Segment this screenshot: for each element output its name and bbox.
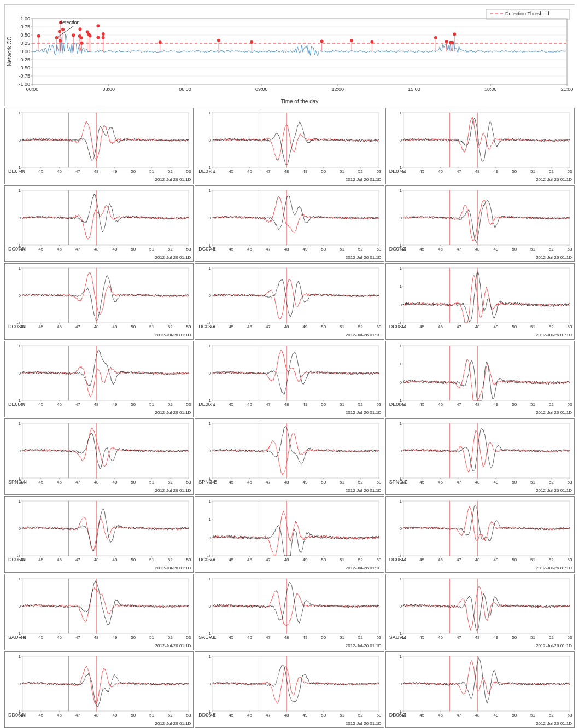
subplot-date-dc06z: 2012-Jul-26 01:1D — [536, 566, 572, 570]
subplot-label-spnce: SPNC.E — [198, 479, 217, 485]
subplot-dc07e: DC07.E 2012-Jul-26 01:1D — [195, 185, 384, 262]
subplot-dc06z: DC06.Z 2012-Jul-26 01:1D — [385, 496, 575, 573]
main-container: DE07.N 2012-Jul-26 01:1D DE07.E 2012-Jul… — [0, 0, 579, 728]
subplot-spnce: SPNC.E 2012-Jul-26 01:1D — [195, 418, 384, 495]
subplot-label-dc08z: DC08.Z — [389, 324, 406, 329]
subplot-label-de07z: DE07.Z — [389, 168, 406, 174]
subplot-date-dd06z: 2012-Jul-26 01:1D — [536, 721, 572, 726]
subplot-label-de07e: DE07.E — [198, 168, 215, 174]
subplot-label-de08e: DE08.E — [198, 401, 215, 407]
subplot-date-dc07z: 2012-Jul-26 01:1D — [536, 255, 572, 260]
subplot-de07e: DE07.E 2012-Jul-26 01:1D — [195, 108, 384, 184]
subplot-de08z: DE08.Z 2012-Jul-26 01:1D — [385, 341, 575, 417]
subplot-label-spncz: SPNC.Z — [389, 479, 407, 485]
subplot-date-spnce: 2012-Jul-26 01:1D — [346, 488, 382, 493]
subplot-label-dd06n: DD06.N — [8, 712, 26, 718]
subplot-label-de08n: DE08.N — [8, 401, 26, 407]
subplot-dc06e: DC06.E 2012-Jul-26 01:1D — [195, 496, 384, 573]
subplot-label-dc07n: DC07.N — [8, 246, 26, 252]
subplot-date-sauve: 2012-Jul-26 01:1D — [346, 643, 382, 648]
subplot-label-dd06z: DD06.Z — [389, 712, 406, 718]
subplot-de07n: DE07.N 2012-Jul-26 01:1D — [4, 108, 194, 184]
subplot-dc08z: DC08.Z 2012-Jul-26 01:1D — [385, 263, 575, 340]
subplot-date-de08z: 2012-Jul-26 01:1D — [536, 410, 572, 415]
subplot-sauvn: SAUV.N 2012-Jul-26 01:1D — [4, 574, 194, 650]
subplot-spncz: SPNC.Z 2012-Jul-26 01:1D — [385, 418, 575, 495]
subplot-date-dc07e: 2012-Jul-26 01:1D — [346, 255, 382, 260]
subplot-date-dc08z: 2012-Jul-26 01:1D — [536, 333, 572, 337]
subplot-date-dc06e: 2012-Jul-26 01:1D — [346, 566, 382, 570]
subplot-label-spncn: SPNC.N — [8, 479, 27, 485]
subplot-date-dd06n: 2012-Jul-26 01:1D — [155, 721, 191, 726]
subplot-label-dc06e: DC06.E — [198, 557, 216, 562]
subplot-dc06n: DC06.N 2012-Jul-26 01:1D — [4, 496, 194, 573]
subplot-date-de08e: 2012-Jul-26 01:1D — [346, 410, 382, 415]
top-cc-plot — [4, 4, 575, 106]
subplot-date-sauvn: 2012-Jul-26 01:1D — [155, 643, 191, 648]
subplot-date-de07e: 2012-Jul-26 01:1D — [346, 177, 382, 182]
subplot-label-dd06e: DD06.E — [198, 712, 216, 718]
subplot-label-sauve: SAUV.E — [198, 634, 216, 640]
subplot-de07z: DE07.Z 2012-Jul-26 01:1D — [385, 108, 575, 184]
subplot-dc08n: DC08.N 2012-Jul-26 01:1D — [4, 263, 194, 340]
subplot-label-dc07z: DC07.Z — [389, 246, 406, 252]
subplot-label-dc06z: DC06.Z — [389, 557, 406, 562]
subplot-label-sauvn: SAUV.N — [8, 634, 26, 640]
subplot-de08n: DE08.N 2012-Jul-26 01:1D — [4, 341, 194, 417]
subplot-date-de07n: 2012-Jul-26 01:1D — [155, 177, 191, 182]
subplot-date-dc08n: 2012-Jul-26 01:1D — [155, 333, 191, 337]
subplot-dc07z: DC07.Z 2012-Jul-26 01:1D — [385, 185, 575, 262]
subplot-date-dc07n: 2012-Jul-26 01:1D — [155, 255, 191, 260]
subplot-date-spncz: 2012-Jul-26 01:1D — [536, 488, 572, 493]
subplot-date-dc08e: 2012-Jul-26 01:1D — [346, 333, 382, 337]
subplot-date-dc06n: 2012-Jul-26 01:1D — [155, 566, 191, 570]
subplot-label-dc08n: DC08.N — [8, 324, 26, 329]
subplot-sauve: SAUV.E 2012-Jul-26 01:1D — [195, 574, 384, 650]
subplot-date-sauvz: 2012-Jul-26 01:1D — [536, 643, 572, 648]
subplot-dd06n: DD06.N 2012-Jul-26 01:1D — [4, 651, 194, 728]
subplot-date-de07z: 2012-Jul-26 01:1D — [536, 177, 572, 182]
subplot-date-spncn: 2012-Jul-26 01:1D — [155, 488, 191, 493]
subplot-de08e: DE08.E 2012-Jul-26 01:1D — [195, 341, 384, 417]
subplot-sauvz: SAUV.Z 2012-Jul-26 01:1D — [385, 574, 575, 650]
subplot-label-dc06n: DC06.N — [8, 557, 26, 562]
subplot-label-de08z: DE08.Z — [389, 401, 406, 407]
subplot-spncn: SPNC.N 2012-Jul-26 01:1D — [4, 418, 194, 495]
subplot-label-dc07e: DC07.E — [198, 246, 216, 252]
subplot-dc08e: DC08.E 2012-Jul-26 01:1D — [195, 263, 384, 340]
subplot-label-dc08e: DC08.E — [198, 324, 216, 329]
subplot-date-de08n: 2012-Jul-26 01:1D — [155, 410, 191, 415]
subplot-dd06e: DD06.E 2012-Jul-26 01:1D — [195, 651, 384, 728]
subplot-label-sauvz: SAUV.Z — [389, 634, 407, 640]
subplot-date-dd06e: 2012-Jul-26 01:1D — [346, 721, 382, 726]
subplots-grid: DE07.N 2012-Jul-26 01:1D DE07.E 2012-Jul… — [4, 108, 575, 728]
subplot-dd06z: DD06.Z 2012-Jul-26 01:1D — [385, 651, 575, 728]
subplot-label-de07n: DE07.N — [8, 168, 26, 174]
subplot-dc07n: DC07.N 2012-Jul-26 01:1D — [4, 185, 194, 262]
